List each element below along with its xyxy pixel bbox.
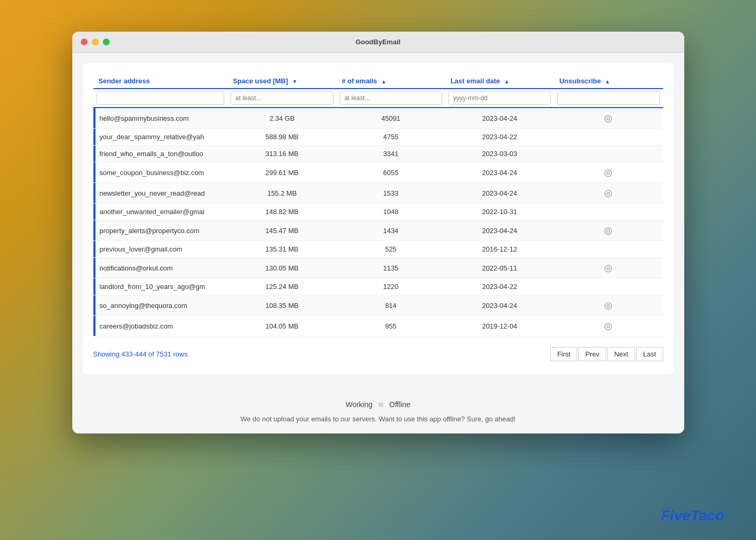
- last-button[interactable]: Last: [636, 347, 663, 361]
- sender-cell: newsletter_you_never_read@read: [93, 183, 228, 204]
- space-cell: 148.82 MB: [227, 204, 336, 220]
- col-unsubscribe[interactable]: Unsubscribe ▲: [554, 74, 663, 89]
- first-button[interactable]: First: [550, 347, 577, 361]
- unsubscribe-icon[interactable]: ◎: [604, 320, 613, 332]
- table-row: careers@jobadsbiz.com104.05 MB9552019-12…: [93, 316, 663, 336]
- emails-cell: 525: [337, 241, 445, 258]
- date-cell: 2016-12-12: [445, 241, 554, 258]
- prev-button[interactable]: Prev: [578, 347, 606, 361]
- sender-bar-indicator: [93, 183, 95, 203]
- unsub-cell: ◎: [554, 162, 663, 183]
- filter-emails-input[interactable]: [340, 91, 442, 105]
- date-cell: 2023-04-24: [445, 295, 554, 316]
- filter-row: [93, 89, 663, 108]
- unsub-cell: [554, 146, 663, 162]
- unsub-cell: [554, 278, 663, 295]
- col-sender[interactable]: Sender address: [93, 74, 228, 89]
- emails-cell: 1533: [337, 183, 445, 204]
- emails-cell: 1434: [337, 220, 445, 241]
- table-row: hello@spammybusiness.com2.34 GB450912023…: [93, 108, 663, 129]
- unsubscribe-icon[interactable]: ◎: [604, 262, 613, 274]
- col-lastdate[interactable]: Last email date ▲: [445, 74, 554, 89]
- space-cell: 108.35 MB: [227, 295, 336, 316]
- unsubscribe-icon[interactable]: ◎: [604, 167, 613, 178]
- table-row: newsletter_you_never_read@read155.2 MB15…: [93, 183, 663, 204]
- date-cell: 2023-04-24: [445, 162, 554, 183]
- maximize-button[interactable]: [103, 38, 110, 45]
- sender-bar-indicator: [93, 278, 95, 295]
- pagination-buttons: First Prev Next Last: [550, 347, 663, 361]
- sender-bar-indicator: [93, 295, 95, 315]
- date-cell: 2023-03-03: [445, 146, 554, 162]
- sender-cell: friend_who_emails_a_ton@outloo: [93, 146, 228, 162]
- table-row: some_coupon_business@biz.com299.61 MB605…: [93, 162, 663, 183]
- unsub-cell: ◎: [554, 316, 663, 336]
- sender-bar-indicator: [93, 204, 95, 220]
- pagination-row: Showing 433-444 of 7531 rows First Prev …: [93, 345, 663, 363]
- unsub-cell: [554, 241, 663, 258]
- space-cell: 130.05 MB: [227, 258, 336, 278]
- date-cell: 2022-05-11: [445, 258, 554, 278]
- unsub-cell: ◎: [554, 258, 663, 278]
- col-emails[interactable]: # of emails ▲: [337, 74, 445, 89]
- filter-date-cell: [445, 89, 554, 108]
- showing-text: Showing 433-444 of 7531 rows: [93, 350, 188, 358]
- close-button[interactable]: [81, 38, 88, 45]
- filter-unsub-input[interactable]: [557, 91, 659, 105]
- footer-note: We do not upload your emails to our serv…: [83, 415, 674, 423]
- space-cell: 104.05 MB: [227, 316, 336, 336]
- filter-sender-input[interactable]: [97, 91, 225, 105]
- filter-unsub-cell: [554, 89, 663, 108]
- space-cell: 588.98 MB: [227, 129, 336, 146]
- date-cell: 2019-12-04: [445, 316, 554, 336]
- emails-cell: 6055: [337, 162, 445, 183]
- date-cell: 2023-04-24: [445, 220, 554, 241]
- filter-space-input[interactable]: [231, 91, 333, 105]
- space-cell: 125.24 MB: [227, 278, 336, 295]
- unsub-cell: [554, 204, 663, 220]
- sort-unsub-icon: ▲: [605, 79, 610, 84]
- sender-bar-indicator: [93, 258, 95, 278]
- sender-bar-indicator: [93, 129, 95, 145]
- table-row: property_alerts@propertyco.com145.47 MB1…: [93, 220, 663, 241]
- emails-cell: 814: [337, 295, 445, 316]
- emails-cell: 3341: [337, 146, 445, 162]
- date-cell: 2023-04-22: [445, 278, 554, 295]
- table-row: so_annoying@thequora.com108.35 MB8142023…: [93, 295, 663, 316]
- sender-cell: your_dear_spammy_relative@yah: [93, 129, 228, 146]
- unsubscribe-icon[interactable]: ◎: [604, 300, 613, 311]
- space-cell: 2.34 GB: [227, 108, 336, 129]
- date-cell: 2023-04-24: [445, 183, 554, 204]
- titlebar: GoodByEmail: [72, 32, 684, 53]
- unsubscribe-icon[interactable]: ◎: [604, 187, 613, 199]
- sender-bar-indicator: [93, 220, 95, 240]
- sender-bar-indicator: [93, 108, 95, 128]
- unsub-cell: ◎: [554, 108, 663, 129]
- space-cell: 145.47 MB: [227, 220, 336, 241]
- space-cell: 313.16 MB: [227, 146, 336, 162]
- unsubscribe-icon[interactable]: ◎: [604, 225, 613, 236]
- email-table: Sender address Space used [MB] ▼ # of em…: [93, 74, 663, 336]
- table-body: hello@spammybusiness.com2.34 GB450912023…: [93, 108, 663, 336]
- emails-cell: 1048: [337, 204, 445, 220]
- table-row: previous_lover@gmail.com135.31 MB5252016…: [93, 241, 663, 258]
- space-cell: 155.2 MB: [227, 183, 336, 204]
- table-row: notifications@orkut.com130.05 MB11352022…: [93, 258, 663, 278]
- sender-bar-indicator: [93, 146, 95, 162]
- sender-cell: landlord_from_10_years_ago@gm: [93, 278, 228, 295]
- emails-cell: 1135: [337, 258, 445, 278]
- emails-cell: 4755: [337, 129, 445, 146]
- sort-space-icon: ▼: [292, 79, 298, 84]
- sender-cell: notifications@orkut.com: [93, 258, 228, 278]
- emails-cell: 955: [337, 316, 445, 336]
- unsubscribe-icon[interactable]: ◎: [604, 112, 613, 124]
- next-button[interactable]: Next: [607, 347, 635, 361]
- table-row: friend_who_emails_a_ton@outloo313.16 MB3…: [93, 146, 663, 162]
- space-cell: 135.31 MB: [227, 241, 336, 258]
- sender-cell: some_coupon_business@biz.com: [93, 162, 228, 183]
- minimize-button[interactable]: [92, 38, 99, 45]
- sender-cell: careers@jobadsbiz.com: [93, 316, 228, 336]
- filter-date-input[interactable]: [448, 91, 551, 105]
- col-space[interactable]: Space used [MB] ▼: [227, 74, 336, 89]
- filter-emails-cell: [337, 89, 445, 108]
